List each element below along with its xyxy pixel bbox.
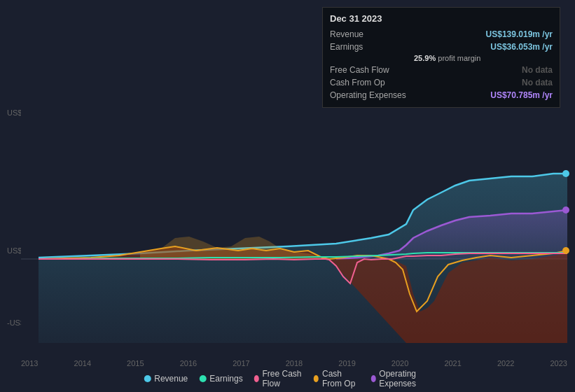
x-label-2013: 2013 <box>21 359 38 368</box>
tooltip-label-fcf: Free Cash Flow <box>330 65 414 75</box>
x-label-2014: 2014 <box>74 359 91 368</box>
legend-label-revenue: Revenue <box>154 374 188 384</box>
tooltip-value-cashfromop: No data <box>522 78 553 88</box>
legend-item-fcf[interactable]: Free Cash Flow <box>254 369 303 388</box>
tooltip-date: Dec 31 2023 <box>330 13 553 24</box>
legend-item-earnings[interactable]: Earnings <box>199 374 242 384</box>
tooltip-profit-margin: 25.9% profit margin <box>330 53 553 64</box>
legend-label-earnings: Earnings <box>209 374 242 384</box>
legend-item-cashfromop[interactable]: Cash From Op <box>314 369 359 388</box>
tooltip-label-earnings: Earnings <box>330 42 414 52</box>
tooltip-row-revenue: Revenue US$139.019m /yr <box>330 28 553 41</box>
legend-dot-cashfromop <box>314 375 319 382</box>
tooltip-label-opex: Operating Expenses <box>330 90 414 100</box>
x-label-2022: 2022 <box>497 359 514 368</box>
revenue-dot <box>562 170 569 177</box>
legend-dot-earnings <box>199 375 206 382</box>
legend-label-cashfromop: Cash From Op <box>322 369 360 388</box>
tooltip-label-revenue: Revenue <box>330 29 414 39</box>
cash-dot <box>562 247 569 254</box>
tooltip-row-fcf: Free Cash Flow No data <box>330 64 553 76</box>
legend-dot-revenue <box>144 375 151 382</box>
tooltip-value-fcf: No data <box>522 65 553 75</box>
legend-dot-fcf <box>254 375 259 382</box>
legend-item-revenue[interactable]: Revenue <box>144 374 188 384</box>
x-label-2019: 2019 <box>338 359 355 368</box>
legend-item-opex[interactable]: Operating Expenses <box>370 369 431 388</box>
x-label-2016: 2016 <box>180 359 197 368</box>
tooltip-row-opex: Operating Expenses US$70.785m /yr <box>330 89 553 102</box>
tooltip-row-cashfromop: Cash From Op No data <box>330 76 553 89</box>
x-axis: 2013 2014 2015 2016 2017 2018 2019 2020 … <box>21 359 567 368</box>
x-label-2018: 2018 <box>286 359 303 368</box>
chart-legend: Revenue Earnings Free Cash Flow Cash Fro… <box>144 369 431 388</box>
x-label-2021: 2021 <box>444 359 461 368</box>
x-label-2015: 2015 <box>127 359 144 368</box>
legend-label-opex: Operating Expenses <box>379 369 431 388</box>
tooltip-label-cashfromop: Cash From Op <box>330 78 414 88</box>
tooltip-value-revenue: US$139.019m /yr <box>486 29 553 39</box>
legend-label-fcf: Free Cash Flow <box>262 369 303 388</box>
x-label-2023: 2023 <box>550 359 567 368</box>
chart-container: Dec 31 2023 Revenue US$139.019m /yr Earn… <box>0 0 575 392</box>
legend-dot-opex <box>370 375 375 382</box>
profit-margin-value: 25.9% <box>414 54 436 62</box>
x-label-2020: 2020 <box>392 359 408 368</box>
opex-dot <box>562 206 569 214</box>
x-label-2017: 2017 <box>233 359 249 368</box>
tooltip-value-earnings: US$36.053m /yr <box>490 42 553 52</box>
tooltip-box: Dec 31 2023 Revenue US$139.019m /yr Earn… <box>322 7 560 108</box>
tooltip-row-earnings: Earnings US$36.053m /yr <box>330 41 553 53</box>
tooltip-value-opex: US$70.785m /yr <box>490 90 553 100</box>
